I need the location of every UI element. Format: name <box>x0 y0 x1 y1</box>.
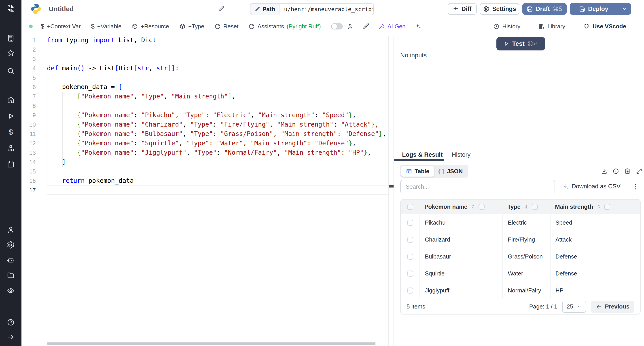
variables-dollar-icon[interactable]: $ <box>7 128 15 137</box>
download-result-icon[interactable] <box>601 168 608 174</box>
code-line[interactable] <box>47 101 386 111</box>
column-filter-checkbox[interactable] <box>532 204 538 210</box>
cell-value: Attack <box>556 236 572 243</box>
package-box-icon <box>179 23 186 29</box>
table-row[interactable]: SquirtleWaterDefense <box>401 265 640 282</box>
path-field[interactable]: Path u/henri/maneuverable_script <box>250 3 374 15</box>
column-filter-checkbox[interactable] <box>604 204 610 210</box>
sort-icon[interactable] <box>470 204 476 210</box>
add-type-button[interactable]: +Type <box>179 23 204 30</box>
code-line[interactable] <box>47 167 386 176</box>
resources-cubes-icon[interactable] <box>7 145 15 153</box>
deploy-button[interactable]: Deploy <box>570 3 631 15</box>
line-number: 8 <box>22 101 36 111</box>
settings-button[interactable]: Settings <box>480 3 519 15</box>
code-line[interactable]: {"Pokemon name": "Bulbasaur", "Type": "G… <box>47 129 386 139</box>
code-line[interactable]: ["Pokemon name", "Type", "Main strength"… <box>47 92 386 101</box>
folders-icon[interactable] <box>7 271 15 279</box>
table-search-input[interactable] <box>400 180 555 193</box>
tab-history[interactable]: History <box>452 151 470 158</box>
column-header-type[interactable]: Type <box>502 203 550 210</box>
code-line[interactable]: {"Pokemon name": "Pikachu", "Type": "Ele… <box>47 111 386 120</box>
sort-icon[interactable] <box>596 204 602 210</box>
row-checkbox[interactable] <box>407 237 413 243</box>
copy-clipboard-icon[interactable] <box>624 168 631 174</box>
help-icon[interactable] <box>7 318 15 326</box>
table-row[interactable]: JigglypuffNormal/FairyHP <box>401 282 640 299</box>
history-button[interactable]: History <box>493 23 520 30</box>
format-brush-icon[interactable] <box>362 23 369 30</box>
audit-eye-icon[interactable] <box>7 287 15 295</box>
schedules-calendar-icon[interactable] <box>7 160 15 168</box>
table-row[interactable]: CharizardFire/FlyingAttack <box>401 231 640 248</box>
view-json-button[interactable]: { } JSON <box>434 166 467 176</box>
code-line[interactable] <box>47 73 386 82</box>
edit-title-pencil-icon[interactable] <box>218 5 225 12</box>
code-line[interactable]: def main() -> List[Dict[str, str]]: <box>47 64 386 73</box>
code-line[interactable]: ] <box>47 157 386 167</box>
column-header-pokemon-name[interactable]: Pokemon name <box>420 203 502 210</box>
reset-button[interactable]: Reset <box>215 23 238 30</box>
overview-ruler[interactable] <box>388 36 394 346</box>
draft-button[interactable]: Draft ⌘S <box>522 3 567 15</box>
sparkles-icon[interactable] <box>414 23 421 30</box>
path-value[interactable]: u/henri/maneuverable_script <box>280 3 374 15</box>
ai-gen-button[interactable]: AI Gen <box>378 23 406 30</box>
code-line[interactable]: return pokemon_data <box>47 176 386 185</box>
code-editor[interactable]: 1234567891011121314151617 from typing im… <box>22 36 394 346</box>
horizontal-scrollbar[interactable] <box>47 343 376 345</box>
table-menu-kebab-icon[interactable] <box>632 183 639 191</box>
per-page-select[interactable]: 25 <box>562 301 586 313</box>
expand-sidebar-arrow-icon[interactable] <box>7 333 15 341</box>
add-resource-button[interactable]: +Resource <box>132 23 169 30</box>
windmill-logo-icon[interactable] <box>6 3 16 13</box>
home-icon[interactable] <box>7 96 15 104</box>
code-line[interactable] <box>47 45 386 54</box>
search-icon[interactable] <box>7 67 15 75</box>
info-icon[interactable] <box>612 168 619 174</box>
arrow-left-icon <box>596 304 602 310</box>
column-header-main-strength[interactable]: Main strength <box>550 203 640 210</box>
row-checkbox[interactable] <box>407 288 413 294</box>
cell-value: Normal/Fairy <box>508 287 541 294</box>
deploy-dropdown[interactable] <box>618 3 631 15</box>
workers-robot-icon[interactable] <box>7 256 15 264</box>
table-row[interactable]: PikachuElectricSpeed <box>401 214 640 231</box>
code-line[interactable]: {"Pokemon name": "Jigglypuff", "Type": "… <box>47 148 386 157</box>
column-filter-checkbox[interactable] <box>478 204 484 210</box>
user-presence-icon[interactable] <box>347 23 354 30</box>
row-checkbox[interactable] <box>407 220 413 226</box>
runs-play-icon[interactable] <box>7 112 15 120</box>
multiplayer-toggle[interactable] <box>331 23 343 29</box>
code-line[interactable] <box>47 54 386 64</box>
tab-logs-result[interactable]: Logs & Result <box>402 151 443 158</box>
row-checkbox[interactable] <box>407 254 413 260</box>
test-button[interactable]: Test ⌘↵ <box>496 37 545 50</box>
page-indicator: Page: 1 / 1 <box>529 303 557 310</box>
package-box-icon <box>132 23 138 29</box>
assistants-button[interactable]: Assistants (Pyright Ruff) <box>249 23 321 30</box>
view-table-button[interactable]: Table <box>402 166 434 176</box>
code-line[interactable]: pokemon_data = [ <box>47 82 386 92</box>
sort-icon[interactable] <box>524 204 529 210</box>
table-row[interactable]: BulbasaurGrass/PoisonDefense <box>401 248 640 265</box>
library-button[interactable]: Library <box>538 23 565 30</box>
settings-gear-icon[interactable] <box>7 241 15 249</box>
code-line[interactable]: from typing import List, Dict <box>47 36 386 45</box>
code-line[interactable]: {"Pokemon name": "Charizard", "Type": "F… <box>47 120 386 129</box>
library-label: Library <box>548 23 565 30</box>
previous-page-button[interactable]: Previous <box>591 301 634 313</box>
add-context-var-button[interactable]: $ +Context Var <box>41 23 81 30</box>
select-all-checkbox[interactable] <box>407 204 413 210</box>
workspace-building-icon[interactable] <box>7 34 15 42</box>
user-icon[interactable] <box>7 226 15 234</box>
add-variable-button[interactable]: $ +Variable <box>91 23 122 30</box>
expand-fullscreen-icon[interactable] <box>636 168 642 174</box>
code-line[interactable]: {"Pokemon name": "Squirtle", "Type": "Wa… <box>47 139 386 148</box>
diff-button[interactable]: ± Diff <box>448 3 477 15</box>
row-checkbox[interactable] <box>407 271 413 277</box>
favorites-star-icon[interactable] <box>7 49 15 57</box>
download-csv-button[interactable]: Download as CSV <box>562 183 620 190</box>
code-line[interactable] <box>47 185 386 195</box>
use-vscode-button[interactable]: Use VScode <box>583 23 626 30</box>
